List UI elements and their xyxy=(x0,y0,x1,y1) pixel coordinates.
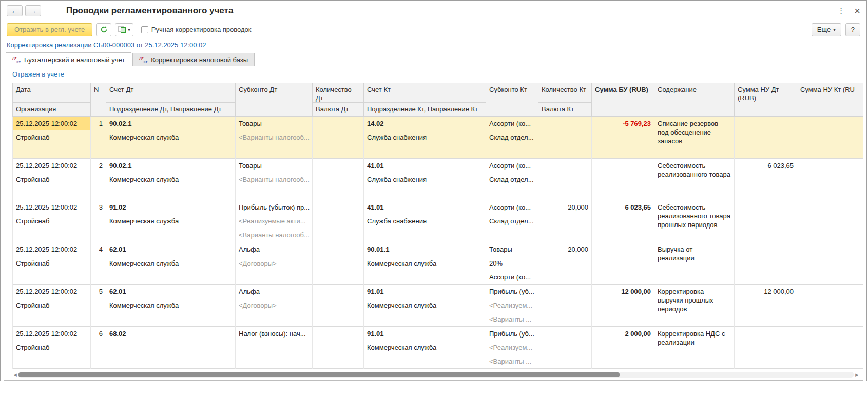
cell-sum_bu[interactable]: 12 000,00 xyxy=(592,285,654,327)
cell-qty_kt[interactable] xyxy=(538,285,592,327)
cell-subconto_kt[interactable]: Ассорти (ко...Склад отдел... xyxy=(486,117,538,159)
cell-acct_dt[interactable]: 91.02Коммерческая служба xyxy=(106,200,236,242)
cell-date[interactable]: 25.12.2025 12:00:02Стройснаб xyxy=(13,200,91,242)
column-header-n: N xyxy=(91,83,106,117)
cell-subconto_dt[interactable]: Альфа<Договоры> xyxy=(236,242,313,285)
cell-sum_nu_kt[interactable] xyxy=(797,117,864,159)
table-row[interactable]: 25.12.2025 12:00:02Стройснаб391.02Коммер… xyxy=(13,200,864,242)
cell-sum_nu_dt[interactable] xyxy=(735,242,797,285)
cell-qty_dt[interactable] xyxy=(313,242,364,285)
forward-button[interactable]: → xyxy=(25,5,41,16)
cell-subconto_kt[interactable]: Прибыль (уб...<Реализуем...<Варианты ... xyxy=(486,285,538,327)
cell-acct_dt[interactable]: 62.01Коммерческая служба xyxy=(106,285,236,327)
cell-n[interactable]: 5 xyxy=(91,285,106,327)
cell-qty_kt[interactable] xyxy=(538,117,592,159)
posting-report-button[interactable]: ▾ xyxy=(115,23,133,36)
back-button[interactable]: ← xyxy=(7,5,23,16)
cell-content[interactable]: Корректировка выручки прошлых периодов xyxy=(654,285,735,327)
kebab-menu-icon[interactable]: ⋮ xyxy=(837,6,845,15)
table-row[interactable]: 25.12.2025 12:00:02Стройснаб190.02.1Комм… xyxy=(13,117,864,159)
cell-qty_kt[interactable] xyxy=(538,327,592,369)
cell-subconto_kt[interactable]: Ассорти (ко...Склад отдел... xyxy=(486,200,538,242)
cell-acct_kt[interactable]: 90.01.1Коммерческая служба xyxy=(364,242,486,285)
cell-sum_bu[interactable]: -5 769,23 xyxy=(592,117,654,159)
cell-date[interactable]: 25.12.2025 12:00:02Стройснаб xyxy=(13,242,91,285)
cell-subconto_dt[interactable]: Товары<Варианты налогооб... xyxy=(236,159,313,200)
reflected-status-link[interactable]: Отражен в учете xyxy=(12,70,64,78)
cell-sum_nu_kt[interactable] xyxy=(797,327,864,369)
cell-qty_kt[interactable] xyxy=(538,159,592,200)
cell-sum_bu[interactable]: 6 023,65 xyxy=(592,200,654,242)
cell-subconto_kt[interactable]: Товары20%Ассорти (ко... xyxy=(486,242,538,285)
cell-date[interactable]: 25.12.2025 12:00:02Стройснаб xyxy=(13,117,91,159)
cell-sum_nu_dt[interactable]: 6 023,65 xyxy=(735,159,797,200)
tab-accounting-and-tax[interactable]: ДтКт Бухгалтерский и налоговый учет xyxy=(6,52,131,66)
table-row[interactable]: 25.12.2025 12:00:02Стройснаб462.01Коммер… xyxy=(13,242,864,285)
cell-acct_kt[interactable]: 91.01Коммерческая служба xyxy=(364,327,486,369)
cell-qty_dt[interactable] xyxy=(313,117,364,159)
cell-sum_bu[interactable] xyxy=(592,242,654,285)
cell-subconto_dt[interactable]: Товары<Варианты налогооб... xyxy=(236,117,313,159)
cell-n[interactable]: 1 xyxy=(91,117,106,159)
cell-date[interactable]: 25.12.2025 12:00:02Стройснаб xyxy=(13,285,91,327)
scroll-left-icon[interactable]: ◂ xyxy=(12,371,18,378)
cell-sum_bu[interactable] xyxy=(592,159,654,200)
cell-acct_dt[interactable]: 90.02.1Коммерческая служба xyxy=(106,117,236,159)
cell-sum_nu_kt[interactable] xyxy=(797,285,864,327)
cell-qty_dt[interactable] xyxy=(313,285,364,327)
cell-sum_nu_kt[interactable] xyxy=(797,200,864,242)
cell-subconto_dt[interactable]: Прибыль (убыток) пр...<Реализуемые акти.… xyxy=(236,200,313,242)
cell-n[interactable]: 3 xyxy=(91,200,106,242)
cell-acct_kt[interactable]: 41.01Служба снабжения xyxy=(364,159,486,200)
cell-qty_dt[interactable] xyxy=(313,200,364,242)
cell-n[interactable]: 2 xyxy=(91,159,106,200)
cell-sum_nu_kt[interactable] xyxy=(797,159,864,200)
cell-acct_dt[interactable]: 90.02.1Коммерческая служба xyxy=(106,159,236,200)
manual-adjustment-checkbox[interactable]: Ручная корректировка проводок xyxy=(141,26,252,33)
cell-content[interactable]: Выручка от реализации xyxy=(654,242,735,285)
source-document-link[interactable]: Корректировка реализации СБ00-000003 от … xyxy=(7,41,206,49)
cell-content[interactable]: Себестоимость реализованного товара xyxy=(654,159,735,200)
scrollbar-track[interactable] xyxy=(18,372,854,378)
cell-content[interactable]: Корректировка НДС с реализации xyxy=(654,327,735,369)
cell-acct_dt[interactable]: 68.02 xyxy=(106,327,236,369)
cell-line: -5 769,23 xyxy=(592,117,654,130)
cell-qty_kt[interactable]: 20,000 xyxy=(538,200,592,242)
cell-n[interactable]: 6 xyxy=(91,327,106,369)
cell-subconto_dt[interactable]: Альфа<Договоры> xyxy=(236,285,313,327)
cell-content[interactable]: Списание резервов под обесценение запасо… xyxy=(654,117,735,159)
cell-acct_dt[interactable]: 62.01Коммерческая служба xyxy=(106,242,236,285)
checkbox-box[interactable] xyxy=(141,26,148,33)
cell-n[interactable]: 4 xyxy=(91,242,106,285)
scrollbar-thumb[interactable] xyxy=(18,372,620,377)
cell-qty_dt[interactable] xyxy=(313,327,364,369)
cell-acct_kt[interactable]: 14.02Служба снабжения xyxy=(364,117,486,159)
table-row[interactable]: 25.12.2025 12:00:02Стройснаб668.02Налог … xyxy=(13,327,864,369)
close-icon[interactable]: × xyxy=(854,6,860,16)
help-button[interactable]: ? xyxy=(845,23,860,36)
cell-sum_nu_dt[interactable]: 12 000,00 xyxy=(735,285,797,327)
reflect-in-accounting-button[interactable]: Отразить в регл. учете xyxy=(7,23,92,36)
table-header: ДатаNСчет ДтСубконто ДтКоличество ДтСчет… xyxy=(13,83,864,117)
cell-sum_nu_dt[interactable] xyxy=(735,327,797,369)
table-row[interactable]: 25.12.2025 12:00:02Стройснаб562.01Коммер… xyxy=(13,285,864,327)
cell-sum_nu_kt[interactable] xyxy=(797,242,864,285)
cell-date[interactable]: 25.12.2025 12:00:02Стройснаб xyxy=(13,327,91,369)
refresh-button[interactable] xyxy=(96,23,111,36)
cell-sum_bu[interactable]: 2 000,00 xyxy=(592,327,654,369)
cell-acct_kt[interactable]: 91.01Коммерческая служба xyxy=(364,285,486,327)
cell-content[interactable]: Себестоимость реализованного товара прош… xyxy=(654,200,735,242)
cell-date[interactable]: 25.12.2025 12:00:02Стройснаб xyxy=(13,159,91,200)
table-row[interactable]: 25.12.2025 12:00:02Стройснаб290.02.1Комм… xyxy=(13,159,864,200)
cell-qty_dt[interactable] xyxy=(313,159,364,200)
cell-subconto_kt[interactable]: Прибыль (уб...<Реализуем...<Варианты ... xyxy=(486,327,538,369)
cell-sum_nu_dt[interactable] xyxy=(735,117,797,159)
cell-subconto_dt[interactable]: Налог (взносы): нач... xyxy=(236,327,313,369)
more-button[interactable]: Еще ▾ xyxy=(812,23,841,36)
cell-qty_kt[interactable]: 20,000 xyxy=(538,242,592,285)
scroll-right-icon[interactable]: ▸ xyxy=(854,371,860,378)
cell-subconto_kt[interactable]: Ассорти (ко...Склад отдел... xyxy=(486,159,538,200)
cell-sum_nu_dt[interactable] xyxy=(735,200,797,242)
tab-tax-base-adjustments[interactable]: ДтКт Корректировки налоговой базы xyxy=(132,53,255,66)
cell-acct_kt[interactable]: 41.01Служба снабжения xyxy=(364,200,486,242)
